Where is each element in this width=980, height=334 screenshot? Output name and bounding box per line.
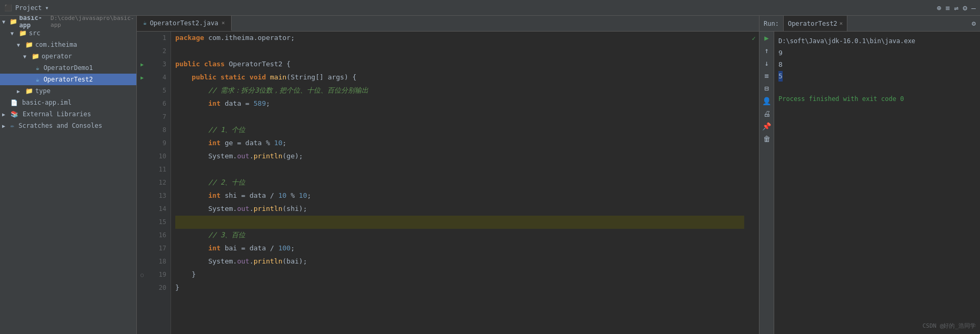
- line-num-18: 18: [147, 255, 166, 268]
- run-wrap-icon[interactable]: ≡: [764, 72, 768, 80]
- tree-arrow-operator: ▼: [23, 54, 29, 59]
- sidebar-label-iml: basic-app.iml: [22, 99, 72, 106]
- gutter-line-19: ○: [137, 268, 147, 281]
- sidebar-item-type[interactable]: ▶ 📁 type: [0, 85, 136, 97]
- sidebar-label-demo1: OperatorDemo1: [44, 64, 93, 72]
- gutter-line-6: [137, 97, 147, 110]
- gutter-line-5: [137, 84, 147, 97]
- type-folder-icon: 📁: [25, 87, 33, 95]
- run-delete-icon[interactable]: 🗑: [763, 135, 771, 143]
- run-align-icon[interactable]: ⊟: [764, 84, 768, 93]
- run-play-icon[interactable]: ▶: [764, 34, 768, 42]
- sidebar-item-com-itheima[interactable]: ▼ 📁 com.itheima: [0, 39, 136, 50]
- run-pin-icon[interactable]: 📌: [762, 122, 771, 130]
- run-output: D:\soft\Java\jdk-16.0.1\bin\java.exe 9 8…: [774, 32, 980, 334]
- run-print-icon[interactable]: 🖨: [763, 109, 771, 118]
- pkg-name: com.itheima.operator;: [208, 33, 295, 44]
- right-gutter-line-4: [748, 71, 759, 84]
- run-output-8-line: 8: [778, 59, 976, 70]
- num-10-13: 10: [278, 190, 287, 201]
- method-println-18: println: [254, 256, 283, 267]
- run-output-8: 8: [778, 59, 783, 70]
- sidebar-item-scratches[interactable]: ▶ ✏ Scratches and Consoles: [0, 120, 136, 131]
- right-gutter-line-1: ✓: [748, 32, 759, 45]
- sidebar-item-operator[interactable]: ▼ 📁 operator: [0, 50, 136, 62]
- sidebar-label-basic-app: basic-app: [19, 16, 47, 29]
- title-dropdown-arrow[interactable]: ▾: [45, 4, 49, 12]
- sidebar-item-basic-app-iml[interactable]: 📄 basic-app.iml: [0, 97, 136, 108]
- println-18: .: [249, 256, 254, 267]
- comment-8: // 1、个位: [208, 125, 245, 136]
- line-num-12: 12: [147, 176, 166, 189]
- run-sidebar-tools: ▶ ↑ ↓ ≡ ⊟ 👤 🖨 📌 🗑: [759, 32, 774, 334]
- right-gutter-line-9: [748, 137, 759, 150]
- run-settings-icon[interactable]: ⚙: [972, 19, 976, 27]
- run-class-icon[interactable]: ▶: [141, 62, 144, 67]
- indent-12: [175, 177, 208, 188]
- right-gutter-line-10: [748, 150, 759, 163]
- run-output-9-line: 9: [778, 47, 976, 59]
- sync-icon[interactable]: ⇌: [954, 4, 958, 12]
- kw-int-13: int: [208, 190, 225, 201]
- operator-folder-icon: 📁: [32, 53, 39, 60]
- run-user-icon[interactable]: 👤: [762, 97, 771, 105]
- indent-17: [175, 243, 208, 254]
- semi-9: ;: [283, 138, 287, 149]
- sidebar-label-operator: operator: [42, 53, 72, 60]
- gutter-line-1: [137, 32, 147, 45]
- code-line-14: System.out.println(shi);: [175, 203, 744, 216]
- indent-10: [175, 151, 208, 162]
- line-num-13: 13: [147, 189, 166, 203]
- sidebar-item-src[interactable]: ▼ 📁 src: [0, 27, 136, 39]
- add-icon[interactable]: ⊕: [937, 4, 941, 12]
- sidebar-item-external-libraries[interactable]: ▶ 📚 External Libraries: [0, 108, 136, 120]
- sidebar-item-operatordemo1[interactable]: ☕ OperatorDemo1: [0, 62, 136, 74]
- title-bar-icons: ⊕ ≡ ⇌ ⚙ —: [937, 4, 976, 12]
- run-main-icon[interactable]: ▶: [141, 75, 144, 80]
- code-line-15[interactable]: [175, 216, 744, 229]
- comment-16: // 3、百位: [208, 230, 245, 241]
- line-num-8: 8: [147, 124, 166, 137]
- sidebar-item-operatortest2[interactable]: ☕ OperatorTest2: [0, 74, 136, 85]
- sidebar-label-type: type: [35, 87, 51, 95]
- tree-arrow-scratches: ▶: [2, 123, 8, 129]
- code-line-12: // 2、十位: [175, 176, 744, 189]
- semi-13: ;: [307, 190, 311, 201]
- args-10: (ge);: [283, 151, 303, 162]
- code-line-20: }: [175, 281, 744, 295]
- code-line-10: System.out.println(ge);: [175, 150, 744, 163]
- code-editor[interactable]: package com.itheima.operator; public cla…: [171, 32, 748, 334]
- gutter-line-2: [137, 45, 147, 58]
- run-scroll-down-icon[interactable]: ↓: [764, 59, 768, 67]
- system-18: System.: [208, 256, 237, 267]
- indent-9: [175, 138, 208, 149]
- settings-icon[interactable]: ⚙: [963, 4, 967, 12]
- line-num-14: 14: [147, 203, 166, 216]
- title-bar-title: Project: [15, 4, 42, 12]
- var-data: data =: [225, 98, 254, 109]
- system-10: System.: [208, 151, 237, 162]
- run-tab-operatortest2[interactable]: OperatorTest2 ×: [783, 16, 848, 31]
- editor-content: ▶ ▶ ○: [137, 32, 759, 334]
- tab-close-button[interactable]: ×: [222, 19, 225, 26]
- title-bar-left: ⬛ Project ▾: [4, 4, 933, 12]
- sidebar-item-basic-app[interactable]: ▼ 📁 basic-app D:\code\javasapro\basic-ap…: [0, 16, 136, 27]
- indent-4: [175, 72, 192, 83]
- editor-gutter: ▶ ▶ ○: [137, 32, 147, 334]
- gutter-line-7: [137, 110, 147, 124]
- indent-14: [175, 204, 208, 215]
- run-scroll-up-icon[interactable]: ↑: [764, 46, 768, 55]
- out-10: out: [237, 151, 249, 162]
- line-num-20: 20: [147, 281, 166, 295]
- run-tab-close-button[interactable]: ×: [839, 20, 843, 27]
- minimize-icon[interactable]: —: [972, 4, 976, 12]
- editor-tab-operatortest2[interactable]: ☕ OperatorTest2.java ×: [137, 16, 232, 31]
- run-output-5: 5: [778, 71, 783, 82]
- tree-arrow-basic-app: ▼: [2, 19, 7, 25]
- run-output-empty-line: [778, 82, 976, 94]
- out-14: out: [237, 204, 249, 215]
- right-gutter-line-3: [748, 58, 759, 71]
- list-icon[interactable]: ≡: [945, 4, 949, 12]
- indent-5: [175, 85, 208, 96]
- line-num-15: 15: [147, 216, 166, 229]
